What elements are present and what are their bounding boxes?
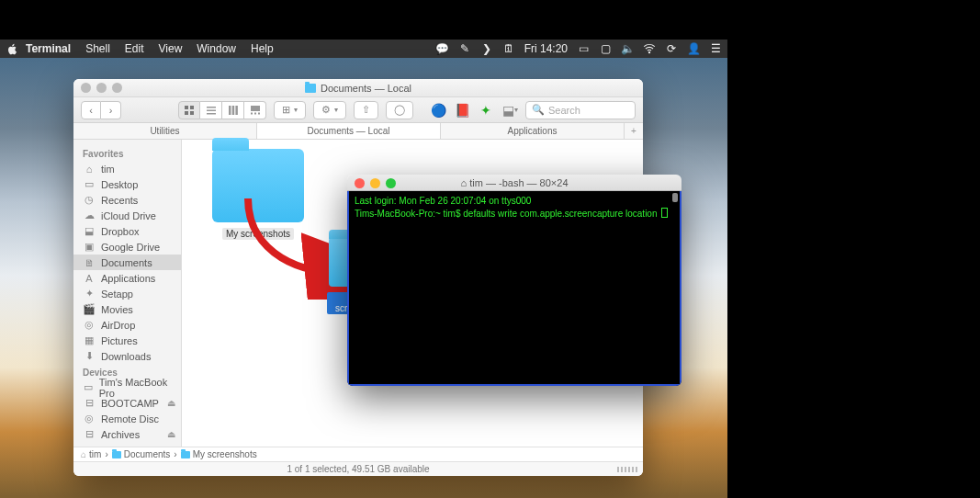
tab-documents[interactable]: Documents — Local xyxy=(257,123,441,139)
finder-titlebar[interactable]: Documents — Local xyxy=(73,79,643,97)
search-placeholder: Search xyxy=(548,105,580,116)
zoom-icon[interactable] xyxy=(112,83,122,93)
sidebar-item-bootcamp[interactable]: ⊟BOOTCAMP⏏ xyxy=(73,395,181,411)
sync-icon[interactable]: ⟳ xyxy=(665,42,678,55)
terminal-title: tim — -bash — 80×24 xyxy=(469,177,568,188)
svg-rect-9 xyxy=(231,106,234,115)
calendar-icon[interactable]: 🗓 xyxy=(502,42,515,55)
back-button[interactable]: ‹ xyxy=(81,101,101,119)
menu-window[interactable]: Window xyxy=(189,42,243,55)
terminal-line: Tims-MacBook-Pro:~ tim$ defaults write c… xyxy=(355,208,674,221)
eject-icon[interactable]: ⏏ xyxy=(167,429,175,439)
path-crumb[interactable]: tim xyxy=(89,449,101,459)
sidebar-item-archives[interactable]: ⊟Archives⏏ xyxy=(73,426,181,442)
minimize-icon[interactable] xyxy=(96,83,107,93)
sidebar-item-label: Recents xyxy=(101,195,138,206)
forward-button[interactable]: › xyxy=(101,101,121,119)
sidebar-item-setapp[interactable]: ✦Setapp xyxy=(73,286,181,301)
column-view-button[interactable] xyxy=(222,101,244,119)
sidebar-item-label: Remote Disc xyxy=(101,413,159,424)
sidebar-item-label: tim xyxy=(101,164,115,175)
add-tab-button[interactable]: + xyxy=(625,123,643,139)
tab-utilities[interactable]: Utilities xyxy=(73,123,257,139)
svg-rect-13 xyxy=(254,112,256,114)
svg-rect-3 xyxy=(185,111,188,115)
chevron-right-icon[interactable]: ❯ xyxy=(480,42,493,55)
sidebar-item-icloud-drive[interactable]: ☁iCloud Drive xyxy=(73,208,181,223)
action-menu[interactable]: ⚙▾ xyxy=(313,101,346,119)
sidebar-item-dropbox[interactable]: ⬓Dropbox xyxy=(73,223,181,239)
icon-view-button[interactable] xyxy=(178,101,200,119)
scrollbar-thumb[interactable] xyxy=(672,193,678,202)
svg-rect-14 xyxy=(258,112,260,114)
tags-button[interactable]: ◯ xyxy=(386,101,413,119)
list-view-button[interactable] xyxy=(200,101,222,119)
sidebar-item-downloads[interactable]: ⬇Downloads xyxy=(73,348,181,364)
menubar-clock[interactable]: Fri 14:20 xyxy=(524,42,568,55)
sidebar-item-applications[interactable]: AApplications xyxy=(73,270,181,286)
menu-help[interactable]: Help xyxy=(243,42,281,55)
terminal-titlebar[interactable]: ⌂ tim — -bash — 80×24 xyxy=(347,175,681,191)
apple-logo-icon[interactable] xyxy=(6,42,18,55)
sidebar-item-recents[interactable]: ◷Recents xyxy=(73,192,181,208)
sidebar-item-remote-disc[interactable]: ◎Remote Disc xyxy=(73,411,181,426)
folder-icon xyxy=(305,84,316,93)
scribble-icon[interactable]: ✎ xyxy=(458,42,471,55)
sidebar-item-documents[interactable]: 🗎Documents xyxy=(73,255,181,270)
tab-applications[interactable]: Applications xyxy=(441,123,625,139)
sidebar-item-tim-s-macbook-pro[interactable]: ▭Tim's MacBook Pro xyxy=(73,379,181,395)
battery-icon[interactable]: ▭ xyxy=(577,42,590,55)
green-app-icon[interactable]: ✦ xyxy=(478,102,494,119)
letterbox-top xyxy=(0,0,727,40)
arrange-menu[interactable]: ⊞▾ xyxy=(274,101,306,119)
finder-pathbar[interactable]: ⌂tim › Documents › My screenshots xyxy=(73,447,643,461)
red-app-icon[interactable]: 📕 xyxy=(454,102,470,119)
resize-grip-icon[interactable] xyxy=(617,467,637,472)
terminal-body[interactable]: Last login: Mon Feb 26 20:07:04 on ttys0… xyxy=(347,191,681,386)
menu-app-name[interactable]: Terminal xyxy=(18,42,78,55)
list-icon[interactable]: ☰ xyxy=(709,42,722,55)
menu-shell[interactable]: Shell xyxy=(78,42,118,55)
sidebar-item-tim[interactable]: ⌂tim xyxy=(73,161,181,176)
eject-icon[interactable]: ⏏ xyxy=(167,398,175,408)
sidebar-item-desktop[interactable]: ▭Desktop xyxy=(73,176,181,192)
chat-icon[interactable]: 💬 xyxy=(436,42,449,55)
sidebar-item-movies[interactable]: 🎬Movies xyxy=(73,301,181,317)
cursor-icon xyxy=(661,208,668,218)
finder-traffic-lights[interactable] xyxy=(81,83,122,93)
eject-icon[interactable]: ⏏ xyxy=(167,445,175,447)
sidebar-item-label: Movies xyxy=(101,304,133,315)
sidebar-item-airdrop[interactable]: ◎AirDrop xyxy=(73,317,181,333)
sidebar-item-google-drive[interactable]: ▣Google Drive xyxy=(73,239,181,255)
sidebar-glyph-icon: ⊟ xyxy=(83,428,96,440)
display-icon[interactable]: ▢ xyxy=(599,42,612,55)
gallery-view-button[interactable] xyxy=(244,101,266,119)
menu-edit[interactable]: Edit xyxy=(118,42,152,55)
close-icon[interactable] xyxy=(355,178,365,188)
dropbox-toolbar-icon[interactable]: ⬓▾ xyxy=(501,102,518,119)
sidebar-glyph-icon: ▭ xyxy=(83,178,96,190)
sidebar-glyph-icon: ⬓ xyxy=(83,225,96,237)
sidebar-glyph-icon: ⊟ xyxy=(83,444,96,447)
path-crumb[interactable]: My screenshots xyxy=(193,449,257,459)
finder-toolbar: ‹ › ⊞▾ ⚙▾ ⇧ ◯ 🔵 📕 ✦ ⬓▾ 🔍 Search xyxy=(73,97,643,123)
close-icon[interactable] xyxy=(81,83,91,93)
svg-rect-6 xyxy=(207,109,216,111)
user-icon[interactable]: 👤 xyxy=(687,42,700,55)
zoom-icon[interactable] xyxy=(386,178,396,188)
sidebar-item-label: Setapp xyxy=(101,289,133,300)
finder-search[interactable]: 🔍 Search xyxy=(525,101,636,119)
sidebar-item-pictures[interactable]: ▦Pictures xyxy=(73,333,181,348)
wifi-icon[interactable] xyxy=(643,42,656,55)
path-crumb[interactable]: Documents xyxy=(124,449,171,459)
minimize-icon[interactable] xyxy=(370,178,380,188)
sidebar-glyph-icon: ⬇ xyxy=(83,350,96,362)
menu-view[interactable]: View xyxy=(152,42,190,55)
share-button[interactable]: ⇧ xyxy=(354,101,378,119)
cloud-app-icon[interactable]: 🔵 xyxy=(430,102,446,119)
view-mode-segmented[interactable] xyxy=(178,101,266,119)
terminal-traffic-lights[interactable] xyxy=(355,178,396,188)
sidebar-item-my-book[interactable]: ⊟My Book⏏ xyxy=(73,442,181,447)
volume-icon[interactable]: 🔈 xyxy=(621,42,634,55)
folder-item[interactable]: My screenshots xyxy=(198,149,318,241)
